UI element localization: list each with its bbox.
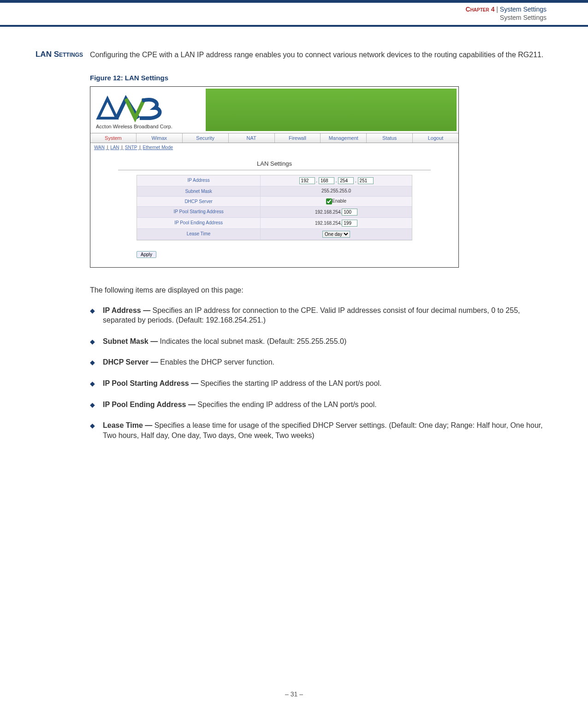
value-pool-end: 192.168.254.	[261, 218, 412, 229]
pool-start-input[interactable]	[342, 209, 357, 216]
label-ip: IP Address	[137, 175, 261, 186]
value-dhcp: Enable	[261, 197, 412, 207]
ip-octet-1[interactable]	[299, 177, 315, 184]
tab-logout[interactable]: Logout	[413, 133, 458, 143]
tab-firewall[interactable]: Firewall	[275, 133, 321, 143]
sub-nav: WAN | LAN | SNTP | Ethernet Mode	[90, 143, 458, 152]
header-line: Chapter 4 | System Settings	[0, 3, 588, 14]
tab-system[interactable]: System	[90, 133, 137, 143]
row-subnet: Subnet Mask 255.255.255.0	[137, 186, 412, 197]
label-pool-end: IP Pool Ending Address	[137, 218, 261, 229]
ip-octet-2[interactable]	[319, 177, 334, 184]
header-title: System Settings	[500, 6, 546, 13]
list-item: IP Pool Starting Address — Specifies the…	[90, 378, 544, 389]
dhcp-enable-label: Enable	[332, 198, 346, 204]
body-dhcp: Enables the DHCP server function.	[160, 358, 274, 366]
item-list: IP Address — Specifies an IP address for…	[90, 306, 544, 441]
panel-title: LAN Settings	[90, 152, 458, 170]
logo-area: Accton Wireless Broadband Corp.	[90, 87, 206, 133]
label-dhcp: DHCP Server	[137, 197, 261, 207]
list-item: IP Pool Ending Address — Specifies the e…	[90, 400, 544, 410]
tab-management[interactable]: Management	[321, 133, 367, 143]
row-dhcp: DHCP Server Enable	[137, 197, 412, 207]
tab-wimax[interactable]: Wimax	[137, 133, 183, 143]
intro-text: Configuring the CPE with a LAN IP addres…	[90, 50, 543, 60]
section-label: LAN Settings	[7, 50, 90, 59]
page-number: – 31 –	[0, 690, 588, 698]
row-lease: Lease Time One day	[137, 229, 412, 240]
tab-nat[interactable]: NAT	[229, 133, 275, 143]
tab-status[interactable]: Status	[367, 133, 413, 143]
header-sep: |	[494, 6, 499, 13]
ip-octet-4[interactable]	[358, 177, 374, 184]
panel-hr	[118, 170, 431, 170]
term-ip: IP Address —	[103, 306, 153, 314]
label-lease: Lease Time	[137, 229, 261, 240]
apply-row: Apply	[137, 250, 458, 258]
header-subtitle: System Settings	[0, 14, 588, 25]
logo-text: Accton Wireless Broadband Corp.	[96, 124, 200, 129]
tab-security[interactable]: Security	[183, 133, 229, 143]
term-subnet: Subnet Mask —	[103, 337, 160, 345]
term-dhcp: DHCP Server —	[103, 358, 160, 366]
value-lease: One day	[261, 229, 412, 240]
subnav-wan[interactable]: WAN	[94, 145, 105, 150]
lan-form: IP Address . . . Subnet Mask 255.255.255…	[137, 175, 412, 240]
pool-start-prefix: 192.168.254.	[315, 210, 342, 215]
header-rule	[0, 25, 588, 27]
main-tabs: System Wimax Security NAT Firewall Manag…	[90, 133, 458, 143]
body-pool-end: Specifies the ending IP address of the L…	[197, 401, 376, 408]
list-item: IP Address — Specifies an IP address for…	[90, 306, 544, 325]
section-row: LAN Settings Configuring the CPE with a …	[90, 50, 544, 60]
body-pool-start: Specifies the starting IP address of the…	[201, 379, 382, 387]
body-lease: Specifies a lease time for usage of the …	[103, 421, 543, 439]
dhcp-enable-checkbox[interactable]	[326, 198, 332, 204]
pool-end-prefix: 192.168.254.	[315, 221, 342, 226]
label-pool-start: IP Pool Starting Address	[137, 207, 261, 218]
value-ip: . . .	[261, 175, 412, 186]
following-intro: The following items are displayed on thi…	[90, 286, 544, 294]
screenshot-top: Accton Wireless Broadband Corp.	[90, 87, 458, 133]
lease-select[interactable]: One day	[322, 231, 350, 238]
figure-caption: Figure 12: LAN Settings	[90, 74, 544, 82]
ip-octet-3[interactable]	[338, 177, 354, 184]
screenshot-figure: Accton Wireless Broadband Corp. System W…	[90, 86, 459, 268]
chapter-label: Chapter 4	[466, 6, 495, 13]
subnav-ethernet-mode[interactable]: Ethernet Mode	[143, 145, 173, 150]
term-pool-start: IP Pool Starting Address —	[103, 379, 201, 387]
pool-end-input[interactable]	[342, 220, 357, 227]
subnav-sntp[interactable]: SNTP	[125, 145, 137, 150]
list-item: Subnet Mask — Indicates the local subnet…	[90, 336, 544, 347]
body-ip: Specifies an IP address for connection t…	[103, 306, 520, 324]
awb-logo-icon	[96, 95, 170, 123]
subnav-lan[interactable]: LAN	[110, 145, 119, 150]
green-banner	[206, 89, 457, 131]
row-ip: IP Address . . .	[137, 175, 412, 186]
body-subnet: Indicates the local subnet mask. (Defaul…	[160, 337, 347, 345]
row-pool-start: IP Pool Starting Address 192.168.254.	[137, 207, 412, 218]
list-item: DHCP Server — Enables the DHCP server fu…	[90, 357, 544, 367]
label-subnet: Subnet Mask	[137, 186, 261, 197]
term-lease: Lease Time —	[103, 421, 154, 429]
apply-button[interactable]: Apply	[137, 251, 156, 258]
row-pool-end: IP Pool Ending Address 192.168.254.	[137, 218, 412, 229]
list-item: Lease Time — Specifies a lease time for …	[90, 420, 544, 440]
value-subnet: 255.255.255.0	[261, 186, 412, 197]
value-pool-start: 192.168.254.	[261, 207, 412, 218]
term-pool-end: IP Pool Ending Address —	[103, 401, 197, 408]
content: LAN Settings Configuring the CPE with a …	[90, 50, 544, 440]
